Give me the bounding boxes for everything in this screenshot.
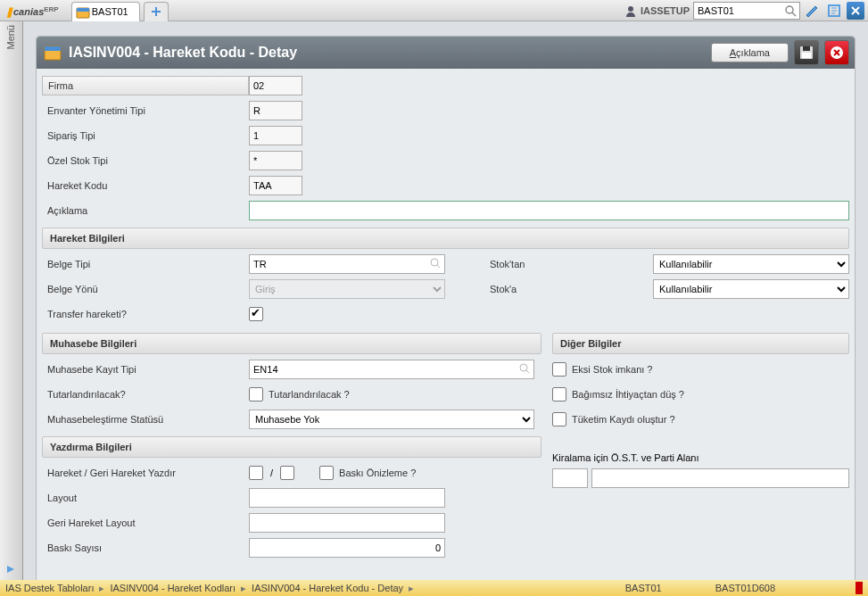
header-actions: Açıklama (711, 40, 849, 65)
search-icon[interactable] (518, 362, 531, 375)
select-stoka[interactable]: Kullanılabilir (653, 279, 849, 299)
description-button-rest: çıklama (736, 47, 770, 58)
breadcrumb-1[interactable]: IAS Destek Tabloları (5, 583, 94, 593)
input-siparis-tipi[interactable] (249, 126, 302, 145)
app-logo: ❚caniasERP (0, 4, 68, 18)
svg-point-3 (786, 6, 793, 13)
form-body: Firma Envanter Yönetimi Tipi Sipariş Tip… (37, 69, 855, 580)
svg-rect-7 (45, 46, 61, 51)
input-kiralama-parti[interactable] (591, 468, 849, 488)
label-belge-tipi: Belge Tipi (42, 255, 249, 273)
status-bar: IAS Destek Tabloları ▸ IASINV004 - Harek… (0, 580, 868, 596)
user-indicator[interactable]: IASSETUP (624, 4, 690, 17)
svg-rect-9 (803, 46, 810, 51)
chevron-right-icon: ▸ (409, 583, 414, 594)
quick-search-wrap (693, 2, 800, 20)
svg-line-4 (792, 12, 796, 16)
checkbox-label-bagimsiz-ihtiyac: Bağımsız İhtiyaçtan düş ? (572, 389, 684, 400)
save-button[interactable] (794, 40, 819, 65)
label-stoka: Stok'a (484, 284, 583, 294)
tab-module-icon (76, 5, 90, 20)
panel-close-button[interactable] (824, 40, 849, 65)
svg-rect-1 (77, 8, 89, 12)
label-stoktan: Stok'tan (484, 259, 583, 269)
label-muhasebe-status: Muhasebeleştirme Statüsü (42, 410, 249, 428)
label-kiralama-ost-parti: Kiralama için Ö.S.T. ve Parti Alanı (552, 449, 849, 467)
label-siparis-tipi: Sipariş Tipi (42, 127, 249, 145)
input-kiralama-ost[interactable] (552, 468, 588, 488)
detail-panel: IASINV004 - Hareket Kodu - Detay Açıklam… (36, 36, 856, 580)
svg-point-12 (431, 259, 438, 266)
topbar: ❚caniasERP BAST01 IASSETUP (0, 0, 868, 21)
status-code-2: BAST01D608 (715, 583, 775, 593)
input-firma[interactable] (249, 76, 302, 95)
input-hareket-kodu[interactable] (249, 176, 302, 195)
select-muhasebe-status[interactable]: Muhasebe Yok (249, 410, 534, 429)
svg-point-2 (628, 6, 633, 12)
tool-icon-2[interactable] (825, 2, 843, 20)
breadcrumb-3[interactable]: IASINV004 - Hareket Kodu - Detay (252, 583, 403, 593)
tab-label: BAST01 (92, 6, 128, 17)
panel-header-icon (42, 42, 63, 63)
svg-line-15 (526, 370, 529, 373)
side-menu[interactable]: Menü (0, 21, 23, 580)
section-yazdirma-bilgileri: Yazdırma Bilgileri (42, 436, 541, 458)
label-env-tipi: Envanter Yönetimi Tipi (42, 102, 249, 120)
label-ozel-stok: Özel Stok Tipi (42, 152, 249, 170)
input-baski-sayisi[interactable] (249, 538, 445, 558)
chevron-right-icon: ▸ (99, 583, 104, 594)
label-geri-layout: Geri Hareket Layout (42, 514, 249, 532)
checkbox-hareket-yazdir-2[interactable] (280, 466, 294, 480)
checkbox-label-baski-onizleme: Baskı Önizleme ? (339, 468, 416, 478)
checkbox-baski-onizleme[interactable] (319, 466, 334, 480)
input-belge-tipi[interactable] (249, 254, 445, 274)
window-close-button[interactable] (847, 2, 864, 20)
input-ozel-stok[interactable] (249, 151, 302, 170)
checkbox-eksi-stok[interactable] (552, 362, 566, 377)
panel-header: IASINV004 - Hareket Kodu - Detay Açıklam… (37, 37, 855, 69)
input-muhasebe-kayit-tipi[interactable] (249, 360, 534, 379)
label-hareket-kodu: Hareket Kodu (42, 177, 249, 195)
checkbox-label-tuketim-kaydi: Tüketim Kaydı oluştur ? (572, 414, 675, 425)
checkbox-tutarlandirilacak[interactable] (249, 387, 263, 401)
search-icon[interactable] (784, 4, 797, 17)
logo-sup: ERP (44, 5, 58, 13)
label-muhasebe-kayit-tipi: Muhasebe Kayıt Tipi (42, 360, 249, 378)
checkbox-tuketim-kaydi[interactable] (552, 412, 566, 426)
label-tutarlandirilacak: Tutarlandırılacak? (42, 385, 249, 403)
content-area: IASINV004 - Hareket Kodu - Detay Açıklam… (23, 21, 868, 580)
checkbox-label-tutarlandirilacak: Tutarlandırılacak ? (269, 389, 350, 400)
input-env-tipi[interactable] (249, 101, 302, 120)
search-icon[interactable] (429, 257, 442, 269)
label-belge-yonu: Belge Yönü (42, 280, 249, 298)
section-diger-bilgiler: Diğer Bilgiler (552, 333, 849, 354)
section-hareket-bilgileri: Hareket Bilgileri (42, 228, 849, 249)
breadcrumb-2[interactable]: IASINV004 - Hareket Kodları (110, 583, 236, 593)
side-expand-icon[interactable] (5, 564, 16, 576)
side-menu-label: Menü (5, 25, 16, 50)
label-transfer-hareketi: Transfer hareketi? (42, 305, 249, 323)
tab-bast01[interactable]: BAST01 (71, 2, 140, 21)
checkbox-transfer-hareketi[interactable] (249, 307, 263, 321)
tool-icon-1[interactable] (804, 2, 822, 20)
tab-strip: BAST01 (71, 0, 169, 21)
select-stoktan[interactable]: Kullanılabilir (653, 254, 849, 274)
input-geri-layout[interactable] (249, 513, 445, 533)
topbar-right: IASSETUP (624, 2, 868, 20)
svg-line-13 (437, 265, 440, 268)
svg-rect-10 (802, 53, 811, 58)
checkbox-hareket-yazdir-1[interactable] (249, 466, 263, 480)
breadcrumb: IAS Destek Tabloları ▸ IASINV004 - Harek… (5, 583, 414, 594)
svg-point-14 (520, 364, 527, 371)
description-button[interactable]: Açıklama (711, 43, 789, 62)
page-title: IASINV004 - Hareket Kodu - Detay (69, 45, 297, 61)
status-right: BAST01 BAST01D608 (625, 582, 863, 594)
status-indicator-icon (856, 582, 863, 594)
checkbox-label-eksi-stok: Eksi Stok imkanı ? (572, 364, 652, 375)
input-layout[interactable] (249, 488, 445, 508)
checkbox-bagimsiz-ihtiyac[interactable] (552, 387, 566, 401)
section-muhasebe-bilgileri: Muhasebe Bilgileri (42, 333, 541, 354)
tab-add-button[interactable] (144, 2, 169, 21)
input-aciklama[interactable] (249, 201, 849, 220)
user-icon (624, 4, 637, 17)
